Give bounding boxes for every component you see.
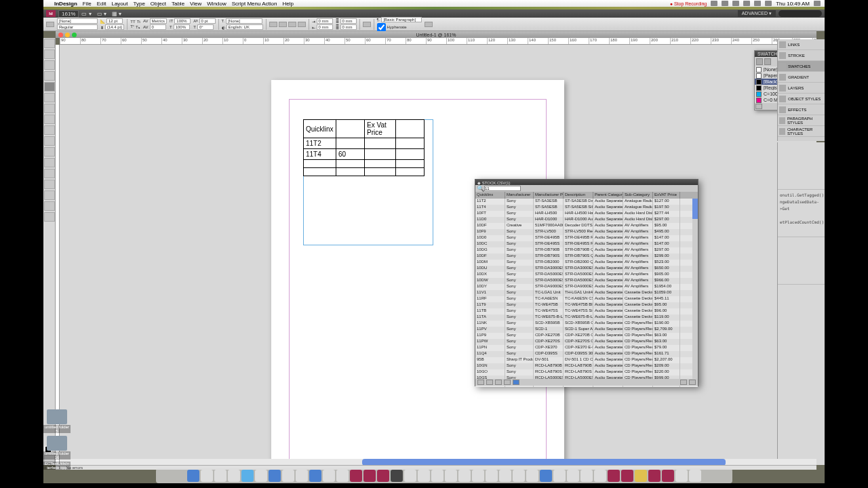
leading[interactable]: (14.4 pt) [105, 24, 124, 30]
dock-app-icon[interactable] [282, 470, 294, 482]
col-header[interactable]: ExVAT Price [653, 192, 680, 199]
dock-app-icon[interactable] [323, 470, 335, 482]
document-canvas[interactable]: Quicklinx Ex Vat Price 11T2 11T460 [60, 45, 816, 465]
menu-view[interactable]: View [190, 1, 201, 7]
data-row[interactable]: 10DGSonySTR-DB790BSTR-DB790B QS…Audio Se… [475, 247, 698, 253]
zoom-tool[interactable] [44, 212, 55, 222]
data-row[interactable]: 11PVSonySCD-1SCD-1 Super Audi…Audio Sepa… [475, 327, 698, 333]
menu-table[interactable]: Table [172, 1, 184, 7]
skew[interactable]: 0° [197, 24, 214, 30]
data-row[interactable]: 10DUSonySTR-DA3000ESBSTR-DA3000ESBAudio … [475, 266, 698, 272]
data-row[interactable]: 10DXSonySTR-DA5000ESBSTR-DA5000ESBAudio … [475, 272, 698, 278]
next-icon[interactable] [689, 380, 696, 385]
space-before[interactable]: 0 mm [340, 18, 357, 24]
kerning[interactable]: Metrics [150, 18, 167, 24]
menu-layout[interactable]: Layout [111, 1, 127, 7]
dock-app-icon[interactable] [675, 470, 688, 482]
data-row[interactable]: 11D0SonyHAR-D1000HAR-D1000 Audi…Audio Se… [475, 217, 698, 223]
data-row[interactable]: 11T9SonyTC-WE475BTC-WE475B Black…Audio S… [475, 302, 698, 308]
indesign-icon[interactable] [377, 470, 389, 482]
vertical-scrollbar[interactable] [692, 199, 698, 379]
dock-app-icon[interactable] [486, 470, 498, 482]
tracking[interactable]: 0 [150, 24, 166, 30]
data-row[interactable]: 10FTSonyHAR-LH500HAR-LH500 Hard…Audio Se… [475, 211, 698, 217]
direct-selection-tool[interactable] [44, 49, 55, 59]
dock-app-icon[interactable] [418, 470, 430, 482]
bullets-icon[interactable] [363, 22, 371, 27]
hyphenate-check[interactable] [377, 23, 386, 32]
minimize-button[interactable] [65, 33, 70, 37]
table-header[interactable] [396, 120, 425, 138]
rectangle-tool[interactable] [44, 136, 55, 146]
language[interactable]: English: UK [226, 24, 263, 30]
data-row[interactable]: 11V1SonyTC-LGA1 UnitTH-LGA1 Unit4…Audio … [475, 290, 698, 296]
terminal-icon[interactable] [391, 470, 403, 482]
dock-app-icon[interactable] [553, 470, 566, 482]
scissors-tool[interactable] [44, 147, 55, 157]
type-tool[interactable] [44, 82, 55, 92]
stop-recording[interactable]: ● Stop Recording [670, 1, 707, 6]
file-label[interactable]: ECTextUtilsIn terface.cpp [43, 462, 71, 470]
link-icon[interactable] [504, 380, 511, 385]
col-header[interactable]: Parent Category [593, 192, 623, 199]
font-size[interactable]: 12 pt [106, 18, 123, 24]
swatch-menu-icon[interactable] [755, 104, 762, 109]
dock-app-icon[interactable] [580, 470, 593, 482]
target-icon[interactable] [495, 380, 502, 385]
data-row[interactable]: 11Q4SonyCDP-D395SCDP-D395S 300:…Audio Se… [475, 351, 698, 357]
panel-dock-item[interactable]: OBJECT STYLES [778, 94, 825, 104]
menu-type[interactable]: Type [134, 1, 145, 7]
free-transform-tool[interactable] [44, 158, 55, 167]
tray-icon[interactable] [722, 1, 728, 6]
tray-icon[interactable] [765, 1, 772, 6]
dock-app-icon[interactable] [526, 470, 538, 482]
data-row[interactable]: 10DFSonySTR-DB790SSTR-DB790S QS…Audio Se… [475, 253, 698, 260]
view-options[interactable]: ▭ ▾ [81, 11, 91, 17]
data-row[interactable]: 95BSharp IT ProductsDV-501DV-501 1 CD Cd… [475, 357, 698, 363]
col-header[interactable]: Manufacturer [505, 192, 534, 199]
gap-tool[interactable] [44, 71, 55, 81]
align-left-icon[interactable] [269, 22, 277, 27]
dock-app-icon[interactable] [567, 470, 579, 482]
hand-tool[interactable] [44, 201, 55, 211]
space-after[interactable]: 0 mm [340, 24, 357, 30]
quicklinx-search-input[interactable] [484, 186, 521, 191]
menu-file[interactable]: File [83, 1, 92, 7]
align-right-icon[interactable] [288, 22, 296, 27]
char-style[interactable]: [None] [226, 18, 262, 24]
help-search[interactable] [778, 10, 822, 17]
itunes-icon[interactable] [309, 470, 321, 482]
data-row[interactable]: 11T4SonyST-SA5ESBST-SA5ESB Silv…Audio Se… [475, 205, 698, 211]
col-header[interactable]: Description [564, 192, 593, 199]
table-header[interactable] [336, 120, 365, 138]
hscale[interactable]: 100% [174, 24, 190, 30]
ichat-icon[interactable] [269, 470, 281, 482]
doc-table[interactable]: Quicklinx Ex Vat Price 11T2 11T460 [303, 119, 425, 176]
dock-app-icon[interactable] [513, 470, 525, 482]
data-row[interactable]: 10DCSonySTR-DE495SSTR-DE495S Rec…Audio S… [475, 241, 698, 247]
font-family[interactable]: [None] [57, 18, 98, 24]
zoom-level[interactable]: 161% [58, 10, 79, 18]
menu-window[interactable]: Window [207, 1, 226, 7]
data-row[interactable]: 11NKSonySCD-XB595BSCD-XB595B CD…Audio Se… [475, 321, 698, 327]
data-row[interactable]: 10F9SonySTR-LV500STR-LV500 ReceiverAudio… [475, 229, 698, 235]
prev-icon[interactable] [680, 380, 687, 385]
horizontal-ruler[interactable]: 9080706050403020100102030405060708090100… [60, 38, 816, 45]
panel-dock-item[interactable]: STROKE [778, 50, 825, 61]
folder-icon[interactable] [47, 436, 67, 451]
menu-edit[interactable]: Edit [97, 1, 106, 7]
edit-icon[interactable] [477, 380, 484, 385]
finder-icon[interactable] [187, 470, 199, 482]
indent-left[interactable]: 0 mm [317, 18, 333, 24]
data-row[interactable]: 11T2SonyST-SA3ESBST-SA3ESB Dark…Audio Se… [475, 199, 698, 205]
filter-icon[interactable] [513, 380, 519, 385]
data-row[interactable]: 10DMSonySTR-DB2000STR-DB2000 QS…Audio Se… [475, 260, 698, 266]
app-menu[interactable]: InDesign [54, 1, 77, 7]
data-row[interactable]: 10DFCreative51MF7000AA001Decoder DDTS-10… [475, 223, 698, 229]
data-row[interactable]: 10DWSonySTR-DA5000ESSSTR-DA5000ESSAudio … [475, 278, 698, 284]
menu-script[interactable]: Script Menu Action [232, 1, 277, 7]
indesign-icon[interactable] [662, 470, 674, 482]
indesign-icon[interactable] [608, 470, 620, 482]
tray-icon[interactable] [711, 1, 717, 6]
table-header[interactable]: Ex Vat Price [365, 120, 396, 138]
